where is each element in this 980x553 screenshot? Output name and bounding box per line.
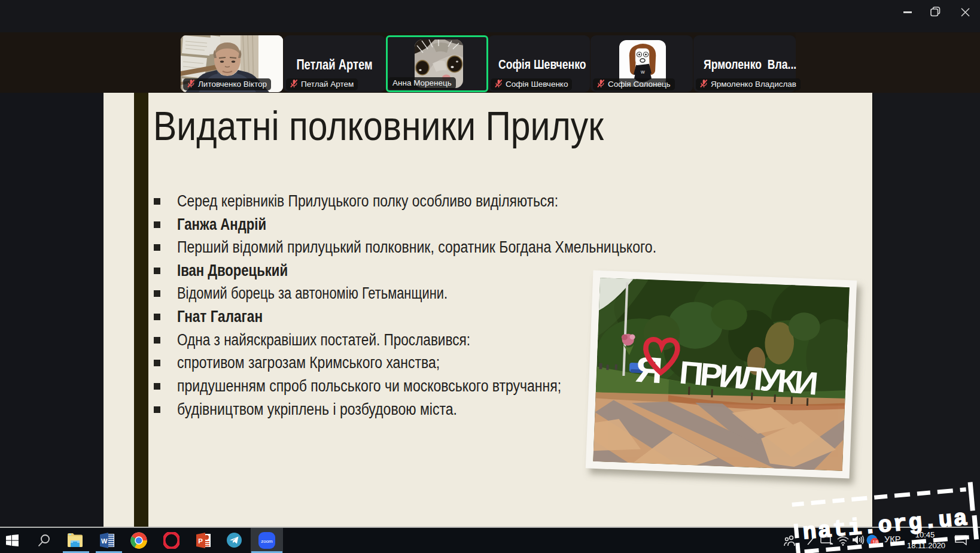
svg-text:W: W <box>641 70 645 74</box>
svg-text:zoom: zoom <box>261 539 273 544</box>
svg-text:W: W <box>101 537 108 545</box>
svg-text:P: P <box>198 537 203 545</box>
